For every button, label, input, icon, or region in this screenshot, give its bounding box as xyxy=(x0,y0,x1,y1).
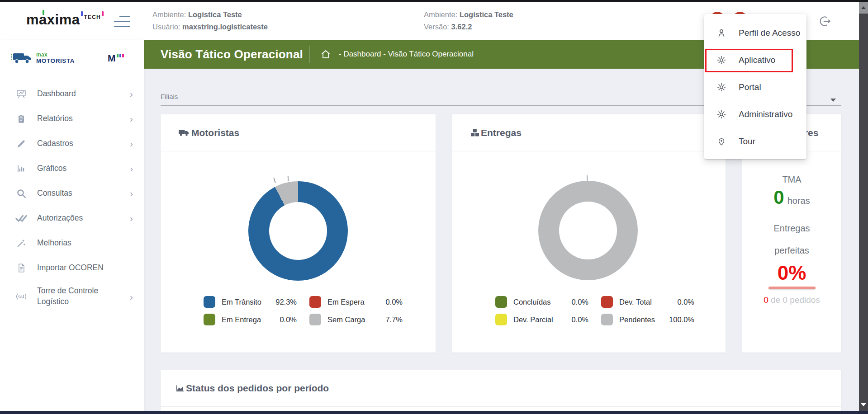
settings-dropdown-menu: Perfil de Acesso Aplicativo Portal xyxy=(704,14,806,159)
status-pedidos-card: Status dos pedidos por período xyxy=(161,370,841,411)
entregas-card-header: Entregas xyxy=(452,114,726,151)
bar-chart-icon xyxy=(15,164,27,174)
double-check-icon xyxy=(15,214,27,223)
menu-item-aplicativo[interactable]: Aplicativo xyxy=(704,47,806,74)
mini-tick-pink-icon xyxy=(122,54,124,57)
sidebar-item-cadastros[interactable]: Cadastros › xyxy=(0,131,144,156)
menu-item-tour[interactable]: Tour xyxy=(704,128,806,155)
menu-item-administrativo[interactable]: Administrativo xyxy=(704,101,806,128)
window-top-border xyxy=(0,0,868,2)
sidebar-item-melhorias[interactable]: Melhorias xyxy=(0,231,144,255)
motoristas-card-header: Motoristas xyxy=(161,114,436,151)
user-icon xyxy=(716,28,727,38)
version-label: Versão: xyxy=(424,23,449,31)
ambient-value: Logística Teste xyxy=(188,10,242,19)
boxes-icon xyxy=(470,128,479,137)
tma-value: 0 xyxy=(773,187,784,208)
chevron-right-icon: › xyxy=(130,188,133,198)
donut-tick xyxy=(273,178,275,183)
chevron-right-icon: › xyxy=(130,139,133,148)
user-value: maxstring.logisticateste xyxy=(182,23,268,31)
motoristas-legend: Em Trânsito 92.3% Em Espera 0.0% Em Entr… xyxy=(204,296,403,325)
legend-swatch xyxy=(309,314,321,325)
legend-swatch xyxy=(309,296,321,308)
menu-item-portal[interactable]: Portal xyxy=(704,74,806,101)
logo-suffix-text: TECH xyxy=(84,14,100,20)
legend-item: Concluídas 0.0% xyxy=(495,296,588,308)
ambient-label: Ambiente: xyxy=(152,10,186,19)
logo-max-text: max xyxy=(36,52,75,57)
window-bottom-border xyxy=(0,411,868,414)
entregas-donut-chart xyxy=(538,181,638,280)
logo-brand-text: maxima xyxy=(26,12,80,28)
motoristas-card-title: Motoristas xyxy=(191,127,239,138)
ambient2-label: Ambiente: xyxy=(424,10,457,19)
sidebar-item-importar-ocoren[interactable]: Importar OCOREN xyxy=(0,255,144,280)
area-chart-icon xyxy=(175,384,185,393)
environment-info: Ambiente: Logística Teste Usuário: maxst… xyxy=(152,9,268,33)
legend-item: Pendentes 100.0% xyxy=(601,314,694,325)
logo-tick-green-icon xyxy=(43,10,44,15)
titlebar-divider xyxy=(309,46,309,63)
page-title: Visão Tático Operacional xyxy=(161,47,303,61)
chevron-right-icon: › xyxy=(130,89,133,99)
logo-tick-pink-icon xyxy=(102,11,104,16)
status-card-title: Status dos pedidos por período xyxy=(186,383,329,394)
truck-icon xyxy=(179,129,190,137)
status-card-header: Status dos pedidos por período xyxy=(161,370,841,407)
legend-swatch xyxy=(204,314,215,325)
legend-swatch xyxy=(601,296,613,308)
legend-item: Dev. Parcial 0.0% xyxy=(495,314,588,325)
sidebar-item-autorizacoes[interactable]: Autorizações › xyxy=(0,206,144,231)
breadcrumb: - Dashboard - Visão Tático Operacional xyxy=(339,50,474,59)
perfect-deliveries-percent: 0% xyxy=(742,262,841,284)
sidebar-item-torre-de-controle[interactable]: A Torre de Controle Logístico › xyxy=(0,280,144,313)
chevron-right-icon: › xyxy=(130,164,133,173)
motoristas-card: Motoristas Em Trânsito 92.3% Em Espera 0… xyxy=(161,114,436,353)
chevron-right-icon: › xyxy=(130,114,133,123)
progress-bar xyxy=(768,287,816,289)
legend-swatch xyxy=(495,296,507,308)
maxmotorista-logo: max MOTORISTA xyxy=(11,51,75,65)
sidebar-item-relatorios[interactable]: Relatórios › xyxy=(0,106,144,131)
dashboard-icon xyxy=(15,89,27,99)
perfect-deliveries-label-1: Entregas xyxy=(742,223,841,234)
gear-icon xyxy=(716,55,727,66)
legend-swatch xyxy=(495,314,507,325)
logo-motorista-text: MOTORISTA xyxy=(36,58,75,64)
document-icon xyxy=(15,263,27,273)
tma-value-row: 0 horas xyxy=(742,187,841,208)
sidebar-item-consultas[interactable]: Consultas › xyxy=(0,181,144,206)
legend-item: Em Trânsito 92.3% xyxy=(204,296,297,308)
gear-icon xyxy=(716,109,727,120)
version-value: 3.62.2 xyxy=(451,23,472,31)
user-label: Usuário: xyxy=(152,23,180,31)
sidebar: max MOTORISTA M Dashboard › xyxy=(0,40,144,411)
perfect-deliveries-label-2: perfeitas xyxy=(742,245,841,256)
entregas-card: Entregas Concluídas 0.0% Dev. Total 0.0%… xyxy=(452,114,726,353)
tma-unit: horas xyxy=(787,196,810,206)
home-icon[interactable] xyxy=(320,49,331,60)
logout-icon[interactable] xyxy=(818,14,832,29)
tma-label: TMA xyxy=(742,174,841,185)
motoristas-donut-chart xyxy=(248,181,348,281)
chevron-down-icon xyxy=(830,99,836,102)
mini-tick-green-icon xyxy=(117,54,119,57)
sidebar-item-dashboard[interactable]: Dashboard › xyxy=(0,81,144,106)
scrollbar-up-button[interactable] xyxy=(859,2,868,14)
scroll-up-icon xyxy=(861,6,866,9)
sidebar-item-graficos[interactable]: Gráficos › xyxy=(0,156,144,181)
menu-item-perfil-de-acesso[interactable]: Perfil de Acesso xyxy=(704,19,806,47)
sidebar-toggle-button[interactable] xyxy=(114,16,130,27)
legend-swatch xyxy=(204,296,215,308)
maximatech-logo: maxima TECH xyxy=(26,13,104,27)
mini-tick-blue-icon xyxy=(119,54,121,57)
gear-icon xyxy=(716,82,727,93)
vertical-scrollbar[interactable] xyxy=(859,2,868,411)
broadcast-tower-icon: A xyxy=(15,292,27,301)
scroll-down-icon[interactable] xyxy=(861,403,866,406)
svg-text:A: A xyxy=(20,295,23,299)
clipboard-icon xyxy=(15,114,27,124)
legend-item: Dev. Total 0.0% xyxy=(601,296,694,308)
location-pin-icon xyxy=(716,136,727,147)
